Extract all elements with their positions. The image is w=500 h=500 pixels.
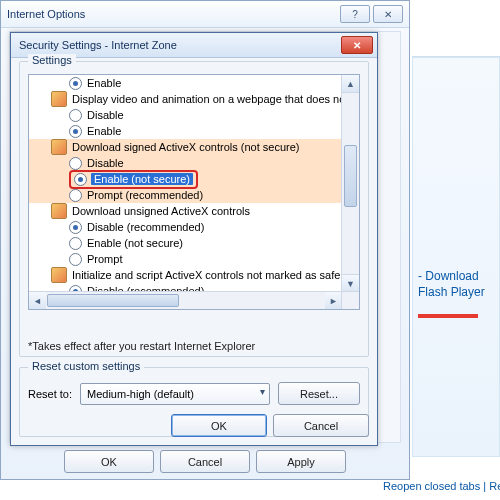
parent-apply-button[interactable]: Apply — [256, 450, 346, 473]
radio-va-disable[interactable]: Disable — [29, 107, 342, 123]
vertical-scrollbar[interactable]: ▲ ▼ — [341, 75, 359, 292]
gear-icon — [51, 91, 67, 107]
security-settings-dialog: Security Settings - Internet Zone ✕ Sett… — [10, 32, 378, 446]
radio-enable-top[interactable]: Enable — [29, 75, 342, 91]
internet-options-title: Internet Options — [7, 8, 85, 20]
dialog-footer: OK Cancel — [171, 414, 369, 437]
reset-level-combo[interactable]: Medium-high (default) — [80, 383, 270, 405]
reset-button[interactable]: Reset... — [278, 382, 360, 405]
settings-tree: Enable Display video and animation on a … — [28, 74, 360, 310]
parent-ok-button[interactable]: OK — [64, 450, 154, 473]
close-button[interactable]: ✕ — [373, 5, 403, 23]
dialog-cancel-button[interactable]: Cancel — [273, 414, 369, 437]
settings-group-label: Settings — [28, 54, 76, 66]
radio-ds-disable[interactable]: Disable — [29, 155, 342, 171]
internet-options-titlebar: Internet Options ? ✕ — [1, 1, 409, 28]
node-download-signed[interactable]: Download signed ActiveX controls (not se… — [29, 139, 342, 155]
reset-to-label: Reset to: — [28, 388, 72, 400]
node-init-script[interactable]: Initialize and script ActiveX controls n… — [29, 267, 342, 283]
reset-group-label: Reset custom settings — [28, 360, 144, 372]
gear-icon — [51, 139, 67, 155]
radio-ds-enable[interactable]: Enable (not secure) — [29, 171, 342, 187]
horizontal-scrollbar[interactable]: ◄ ► — [29, 291, 342, 309]
dialog-ok-button[interactable]: OK — [171, 414, 267, 437]
browser-panel: - Download Flash Player — [412, 57, 500, 457]
node-download-unsigned[interactable]: Download unsigned ActiveX controls — [29, 203, 342, 219]
parent-cancel-button[interactable]: Cancel — [160, 450, 250, 473]
browser-footer-links[interactable]: Reopen closed tabs | Reopen last session… — [383, 480, 500, 492]
download-link[interactable]: - Download — [418, 269, 479, 283]
vertical-scroll-thumb[interactable] — [344, 145, 357, 207]
settings-group: Settings Enable Display video and animat… — [19, 61, 369, 357]
browser-background: - Download Flash Player — [412, 56, 500, 470]
radio-du-disable[interactable]: Disable (recommended) — [29, 219, 342, 235]
reset-level-value: Medium-high (default) — [87, 388, 194, 400]
radio-va-enable[interactable]: Enable — [29, 123, 342, 139]
restart-note: *Takes effect after you restart Internet… — [28, 340, 255, 352]
dialog-title: Security Settings - Internet Zone — [19, 39, 177, 51]
radio-ds-prompt[interactable]: Prompt (recommended) — [29, 187, 342, 203]
radio-du-prompt[interactable]: Prompt — [29, 251, 342, 267]
help-button[interactable]: ? — [340, 5, 370, 23]
gear-icon — [51, 203, 67, 219]
download-flash-text: - Download Flash Player — [418, 268, 485, 300]
radio-du-enable[interactable]: Enable (not secure) — [29, 235, 342, 251]
internet-options-footer: OK Cancel Apply — [1, 450, 409, 473]
dialog-close-button[interactable]: ✕ — [341, 36, 373, 54]
node-video-animation[interactable]: Display video and animation on a webpage… — [29, 91, 342, 107]
gear-icon — [51, 267, 67, 283]
red-underline — [418, 314, 478, 318]
horizontal-scroll-thumb[interactable] — [47, 294, 179, 307]
